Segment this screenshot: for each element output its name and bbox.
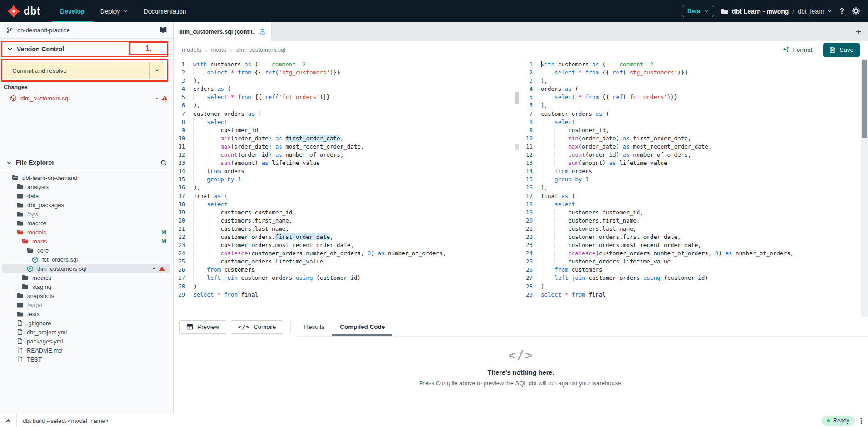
- code-line-27[interactable]: 27 left join customer_orders using (cust…: [174, 274, 514, 282]
- code-line-23[interactable]: 23 customer_orders.most_recent_order_dat…: [521, 241, 861, 249]
- code-line-6[interactable]: 6),: [174, 101, 514, 109]
- search-icon[interactable]: [160, 159, 167, 166]
- tree-item-.gitignore[interactable]: .gitignore: [0, 318, 173, 328]
- code-line-7[interactable]: 7customer_orders as (: [521, 110, 861, 118]
- code-pane-left[interactable]: 1with customers as ( -- comment 22 selec…: [174, 59, 514, 317]
- file-explorer-header[interactable]: File Explorer: [0, 155, 173, 170]
- scrollbar-thumb[interactable]: [862, 60, 867, 138]
- code-line-12[interactable]: 12 count(order_id) as number_of_orders,: [521, 151, 861, 159]
- help-icon[interactable]: ?: [839, 7, 845, 16]
- tree-item-tests[interactable]: tests: [0, 309, 173, 318]
- tree-item-dbt-learn-on-demand[interactable]: dbt-learn-on-demand: [0, 173, 173, 182]
- nav-item-deploy[interactable]: Deploy: [93, 0, 136, 22]
- tree-item-fct_orders.sql[interactable]: fct_orders.sql: [0, 255, 173, 264]
- code-line-29[interactable]: 29select * from final: [521, 291, 861, 299]
- right-pane-scrollbar[interactable]: [861, 59, 868, 317]
- tree-item-analysis[interactable]: analysis: [0, 182, 173, 191]
- code-line-4[interactable]: 4orders as (: [521, 85, 861, 93]
- code-line-3[interactable]: 3),: [521, 77, 861, 85]
- new-tab-icon[interactable]: +: [856, 27, 861, 36]
- tree-item-TEST[interactable]: TEST: [0, 355, 173, 364]
- command-input[interactable]: [17, 417, 821, 424]
- code-line-18[interactable]: 18 select: [521, 200, 861, 209]
- code-line-12[interactable]: 12 count(order_id) as number_of_orders,: [174, 151, 514, 159]
- tree-item-dim_customers.sql[interactable]: dim_customers.sql•: [2, 264, 170, 273]
- tree-item-macros[interactable]: macros: [0, 218, 173, 228]
- nav-item-develop[interactable]: Develop: [52, 0, 92, 22]
- code-line-5[interactable]: 5 select * from {{ ref('fct_orders')}}: [521, 93, 861, 101]
- code-line-17[interactable]: 17final as (: [521, 192, 861, 200]
- changed-file-dim_customers.sql[interactable]: dim_customers.sql•: [0, 93, 173, 103]
- tree-item-target[interactable]: target: [0, 300, 173, 309]
- code-line-27[interactable]: 27 left join customer_orders using (cust…: [521, 274, 861, 282]
- left-pane-scrollbar[interactable]: [514, 59, 521, 317]
- commit-and-resolve-button[interactable]: Commit and resolve: [5, 62, 164, 79]
- code-line-13[interactable]: 13 sum(amount) as lifetime_value: [521, 159, 861, 167]
- code-line-7[interactable]: 7customer_orders as (: [174, 110, 514, 118]
- code-pane-right[interactable]: 1with customers as ( -- comment 22 selec…: [521, 59, 861, 317]
- compile-button[interactable]: </> Compile: [231, 320, 283, 334]
- version-control-header[interactable]: Version Control: [7, 41, 64, 57]
- code-line-1[interactable]: 1with customers as ( -- comment 2: [521, 60, 861, 69]
- results-tab-compiled-code[interactable]: Compiled Code: [332, 317, 392, 336]
- scrollbar-thumb[interactable]: [515, 92, 519, 104]
- code-line-26[interactable]: 26 from customers: [174, 266, 514, 274]
- code-line-4[interactable]: 4orders as (: [174, 85, 514, 93]
- code-line-20[interactable]: 20 customers.first_name,: [174, 217, 514, 225]
- tree-item-dbt_packages[interactable]: dbt_packages: [0, 200, 173, 209]
- code-line-15[interactable]: 15 group by 1: [521, 175, 861, 184]
- code-line-14[interactable]: 14 from orders: [521, 167, 861, 175]
- code-line-16[interactable]: 16),: [521, 184, 861, 192]
- code-line-29[interactable]: 29select * from final: [174, 291, 514, 299]
- code-line-26[interactable]: 26 from customers: [521, 266, 861, 274]
- code-line-16[interactable]: 16),: [174, 184, 514, 192]
- code-line-23[interactable]: 23 customer_orders.most_recent_order_dat…: [174, 241, 514, 249]
- code-line-6[interactable]: 6),: [521, 101, 861, 109]
- code-line-13[interactable]: 13 sum(amount) as lifetime_value: [174, 159, 514, 167]
- tree-item-staging[interactable]: staging: [0, 282, 173, 291]
- code-line-10[interactable]: 10 min(order_date) as first_order_date,: [174, 134, 514, 143]
- environment-selector[interactable]: dbt_learn: [798, 8, 832, 15]
- beta-toggle[interactable]: Beta: [682, 5, 714, 17]
- code-line-28[interactable]: 28): [174, 283, 514, 291]
- chevron-up-icon[interactable]: [5, 417, 11, 424]
- code-line-19[interactable]: 19 customers.customer_id,: [521, 209, 861, 217]
- code-line-15[interactable]: 15 group by 1: [174, 175, 514, 184]
- code-line-1[interactable]: 1with customers as ( -- comment 2: [174, 60, 514, 69]
- gear-icon[interactable]: [852, 7, 860, 15]
- code-line-24[interactable]: 24 coalesce(customer_orders.number_of_or…: [174, 249, 514, 258]
- code-line-25[interactable]: 25 customer_orders.lifetime_value: [174, 258, 514, 266]
- tree-item-core[interactable]: core: [0, 246, 173, 255]
- project-switcher[interactable]: dbt Learn - mwong / dbt_learn: [721, 8, 832, 15]
- code-line-14[interactable]: 14 from orders: [174, 167, 514, 175]
- code-line-11[interactable]: 11 max(order_date) as most_recent_order_…: [174, 143, 514, 151]
- results-tab-results[interactable]: Results: [296, 317, 332, 336]
- tree-item-logs[interactable]: logs: [0, 209, 173, 218]
- code-line-25[interactable]: 25 customer_orders.lifetime_value: [521, 258, 861, 266]
- code-line-22[interactable]: 22 customer_orders.first_order_date,: [521, 233, 861, 241]
- code-line-19[interactable]: 19 customers.customer_id,: [174, 209, 514, 217]
- commit-options-chevron[interactable]: [149, 62, 164, 79]
- dbt-logo[interactable]: dbt: [0, 5, 52, 18]
- preview-button[interactable]: Preview: [179, 320, 226, 334]
- unsaved-indicator-icon[interactable]: [259, 28, 266, 35]
- breadcrumb-segment-models[interactable]: models: [182, 46, 201, 53]
- code-line-8[interactable]: 8 select: [174, 118, 514, 126]
- code-line-9[interactable]: 9 customer_id,: [521, 126, 861, 134]
- tree-item-marts[interactable]: martsM: [0, 237, 173, 246]
- tree-item-dbt_project.yml[interactable]: dbt_project.yml: [0, 328, 173, 337]
- breadcrumb-segment-marts[interactable]: marts: [211, 46, 226, 53]
- code-line-28[interactable]: 28): [521, 283, 861, 291]
- code-line-9[interactable]: 9 customer_id,: [174, 126, 514, 134]
- code-line-2[interactable]: 2 select * from {{ ref('stg_customers')}…: [521, 69, 861, 77]
- docs-book-icon[interactable]: [159, 26, 167, 34]
- tree-item-data[interactable]: data: [0, 191, 173, 200]
- code-line-5[interactable]: 5 select * from {{ ref('fct_orders')}}: [174, 93, 514, 101]
- tree-item-models[interactable]: modelsM: [0, 228, 173, 237]
- breadcrumb-segment-dim_customers.sql[interactable]: dim_customers.sql: [236, 46, 285, 53]
- code-line-24[interactable]: 24 coalesce(customer_orders.number_of_or…: [521, 249, 861, 258]
- tree-item-snapshots[interactable]: snapshots: [0, 291, 173, 300]
- tree-item-README.md[interactable]: README.md: [0, 346, 173, 355]
- git-branch-row[interactable]: on-demand-practice: [0, 22, 173, 39]
- editor-tab-dim-customers[interactable]: dim_customers.sql (confli...: [174, 22, 271, 41]
